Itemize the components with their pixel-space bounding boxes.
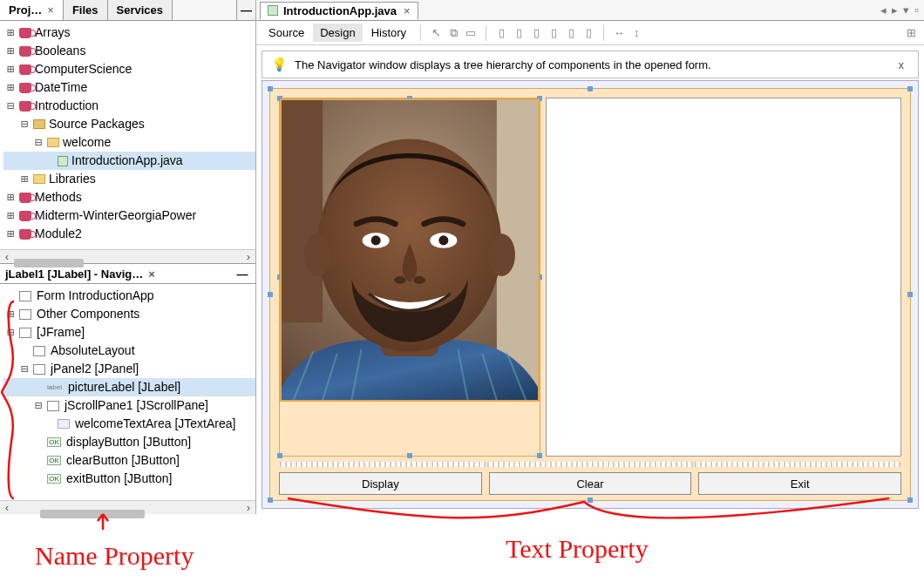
align-center-icon[interactable]: ▯ [511,25,527,41]
tree-item-label: Arrays [35,24,70,42]
next-tab-icon[interactable]: ▸ [892,3,898,17]
selection-icon[interactable]: ↖ [428,25,444,41]
view-history[interactable]: History [364,24,413,42]
nav-item-label: displayButton [JButton] [66,433,191,451]
nav-item-label: clearButton [JButton] [66,451,180,470]
view-history-label: History [371,26,406,39]
jpanel2[interactable]: Display Clear Exit [269,88,911,501]
tab-projects-label: Proj… [9,3,42,17]
hscrollbar[interactable]: ‹› [0,500,255,514]
nav-item-label: pictureLabel [JLabel] [68,378,180,396]
hscrollbar[interactable]: ‹› [0,249,255,263]
nav-item-label: jPanel2 [JPanel] [51,360,139,378]
hint-close[interactable]: x [893,58,910,71]
minimize-button[interactable]: — [236,0,255,20]
preview-icon[interactable]: ▭ [463,25,479,41]
tree-item-label: Libraries [49,170,96,188]
align-dist-icon[interactable]: ▯ [581,25,596,41]
align-left-icon[interactable]: ▯ [493,25,509,41]
bulb-icon: 💡 [271,57,288,72]
tree-item-label: Introduction [35,97,99,115]
align-top-icon[interactable]: ▯ [546,25,561,41]
align-bottom-icon[interactable]: ▯ [563,25,579,41]
tree-item-label: Module2 [35,225,82,243]
coffee-icon [19,101,31,112]
button-icon: OK [47,456,61,465]
tree-item-selected[interactable]: IntroductionApp.java [3,152,255,170]
scrollpane-icon [47,401,59,411]
tree-item-label: Midterm-WinterGeorgiaPower [35,206,196,225]
annotation-text-property: Text Property [506,534,649,563]
tab-list-icon[interactable]: ▾ [903,3,909,17]
coffee-icon [19,83,31,93]
exit-button[interactable]: Exit [698,472,901,495]
svg-point-6 [488,233,515,276]
frame-icon [19,328,31,338]
exit-button-label: Exit [791,477,810,491]
resize-h-icon[interactable]: ↔ [611,25,627,41]
layout-icon [33,346,45,356]
nav-item-label: [JFrame] [37,323,85,342]
nav-item-label: Form IntroductionApp [37,287,154,305]
close-icon[interactable]: × [148,267,155,281]
maximize-icon[interactable]: ▫ [914,3,919,17]
display-button[interactable]: Display [279,472,482,495]
tab-services-label: Services [117,3,164,17]
close-icon[interactable]: × [47,3,54,17]
form-icon [19,291,31,301]
tab-files[interactable]: Files [64,0,108,20]
svg-rect-1 [282,100,323,322]
tree-item-label: IntroductionApp.java [71,152,183,170]
nav-item-label: jScrollPane1 [JScrollPane] [65,396,208,415]
java-file-icon [268,5,278,16]
hint-bar: 💡 The Navigator window displays a tree h… [262,51,919,78]
prev-tab-icon[interactable]: ◂ [880,3,887,17]
coffee-icon [19,229,31,240]
svg-point-5 [304,233,331,276]
coffee-icon [19,64,31,75]
tree-item-label: Booleans [35,42,85,60]
resize-v-icon[interactable]: ↕ [628,25,644,41]
folder-icon [47,138,59,147]
toolbox-icon[interactable]: ⊞ [903,25,919,41]
tree-item-label: ComputerScience [35,60,132,78]
align-right-icon[interactable]: ▯ [528,25,544,41]
close-icon[interactable]: × [404,4,411,17]
navigator-tree[interactable]: Form IntroductionApp ⊞Other Components ⊟… [0,284,255,500]
navigator-title: jLabel1 [JLabel] - Navig… [5,267,143,281]
view-toolbar: Source Design History ↖ ⧉ ▭ ▯ ▯ ▯ ▯ ▯ ▯ … [256,21,924,45]
components-icon [19,309,31,320]
welcome-textarea[interactable] [546,98,901,457]
connection-icon[interactable]: ⧉ [445,25,461,41]
picture-label[interactable] [279,98,540,457]
designer-canvas[interactable]: Display Clear Exit [262,80,919,509]
clear-button[interactable]: Clear [489,472,692,495]
minimize-button[interactable]: — [234,267,250,281]
svg-point-11 [394,276,405,284]
button-icon: OK [47,474,61,484]
resize-grip-row [279,460,901,469]
file-tab[interactable]: IntroductionApp.java × [260,2,418,19]
left-tabbar: Proj…× Files Services — [0,0,255,21]
hint-text: The Navigator window displays a tree hie… [295,58,711,71]
annotation-name-property: Name Property [35,541,194,570]
view-design-label: Design [320,26,355,39]
coffee-icon [19,193,31,203]
view-design[interactable]: Design [313,24,362,42]
button-icon: OK [47,437,61,447]
editor-tabbar: IntroductionApp.java × ◂ ▸ ▾ ▫ [256,0,924,21]
file-tab-label: IntroductionApp.java [283,4,397,17]
project-tree[interactable]: ⊞Arrays ⊞Booleans ⊞ComputerScience ⊞Date… [0,21,255,249]
tab-projects[interactable]: Proj…× [0,0,64,20]
nav-item-label: welcomeTextArea [JTextArea] [75,415,235,433]
tab-services[interactable]: Services [108,0,173,20]
textarea-icon [58,419,70,429]
nav-item-label: Other Components [37,305,139,323]
tree-item-label: welcome [63,133,111,152]
panel-icon [33,364,45,375]
clear-button-label: Clear [576,477,603,491]
nav-item-selected[interactable]: labelpictureLabel [JLabel] [3,378,255,396]
view-source[interactable]: Source [262,24,311,42]
nav-item-label: exitButton [JButton] [66,470,172,488]
view-source-label: Source [268,26,304,39]
